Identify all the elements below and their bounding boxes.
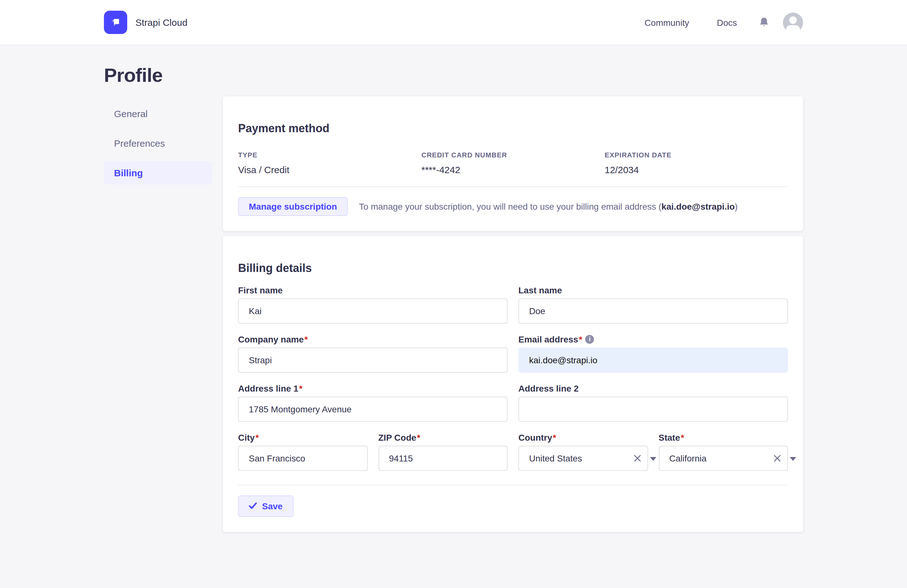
- payment-type-column: TYPE Visa / Credit: [238, 151, 421, 175]
- state-combobox: California: [659, 446, 788, 471]
- brand[interactable]: Strapi Cloud: [104, 11, 187, 34]
- payment-method-title: Payment method: [238, 121, 788, 136]
- helper-prefix: To manage your subscription, you will ne…: [359, 201, 661, 211]
- state-select[interactable]: California: [659, 446, 788, 471]
- brand-name: Strapi Cloud: [135, 17, 187, 28]
- page-title: Profile: [104, 66, 803, 86]
- billing-details-title: Billing details: [238, 260, 788, 276]
- strapi-logo-icon: [104, 11, 127, 34]
- location-row: City* ZIP Code* Country* United State: [238, 433, 788, 471]
- manage-subscription-row: Manage subscription To manage your subsc…: [238, 197, 788, 216]
- expiration-date-label: EXPIRATION DATE: [605, 151, 788, 159]
- country-caret-down-icon[interactable]: [650, 457, 656, 464]
- sidebar-item-billing[interactable]: Billing: [104, 161, 212, 184]
- state-label: State*: [659, 433, 788, 443]
- required-asterisk: *: [579, 334, 582, 344]
- payment-card-divider: [238, 186, 788, 187]
- company-name-field: Company name*: [238, 334, 508, 373]
- main-content: Profile General Preferences Billing Paym…: [0, 66, 907, 532]
- required-asterisk: *: [417, 433, 420, 443]
- address-line-2-field: Address line 2: [518, 383, 788, 422]
- expiration-date-value: 12/2034: [605, 164, 788, 175]
- address-line-2-label: Address line 2: [518, 383, 788, 393]
- strapi-cloud-profile-page: Strapi Cloud Community Docs Profile Gene…: [0, 0, 907, 588]
- country-select[interactable]: United States: [518, 446, 648, 471]
- email-address-field: Email address*i: [518, 334, 788, 373]
- address-line-1-label: Address line 1*: [238, 383, 508, 393]
- last-name-label: Last name: [518, 285, 788, 295]
- notifications-bell-icon[interactable]: [759, 17, 769, 28]
- email-address-label: Email address*i: [518, 334, 788, 344]
- address-line-2-input[interactable]: [518, 396, 788, 422]
- required-asterisk: *: [299, 383, 302, 393]
- city-input[interactable]: [238, 446, 367, 471]
- check-icon: [249, 503, 257, 510]
- required-asterisk: *: [681, 433, 684, 443]
- address-line-1-field: Address line 1*: [238, 383, 508, 422]
- country-clear-icon[interactable]: [632, 453, 642, 463]
- zip-code-field: ZIP Code*: [378, 433, 508, 471]
- address-line-1-input[interactable]: [238, 396, 508, 422]
- state-value: California: [669, 453, 707, 463]
- cards-column: Payment method TYPE Visa / Credit CREDIT…: [223, 96, 803, 532]
- payment-method-grid: TYPE Visa / Credit CREDIT CARD NUMBER **…: [238, 151, 788, 175]
- manage-subscription-button[interactable]: Manage subscription: [238, 197, 348, 216]
- first-name-input[interactable]: [238, 299, 508, 324]
- country-value: United States: [529, 453, 582, 463]
- form-divider: [238, 485, 788, 486]
- first-name-label: First name: [238, 285, 508, 295]
- top-nav: Community Docs: [645, 12, 803, 32]
- avatar-head-icon: [789, 16, 797, 24]
- credit-card-number-column: CREDIT CARD NUMBER ****-4242: [421, 151, 605, 175]
- payment-type-value: Visa / Credit: [238, 164, 421, 175]
- country-combobox: United States: [518, 446, 648, 471]
- email-address-input[interactable]: [518, 348, 788, 373]
- billing-email-text: kai.doe@strapi.io: [661, 201, 735, 211]
- first-name-field: First name: [238, 285, 508, 324]
- zip-code-label: ZIP Code*: [378, 433, 508, 443]
- required-asterisk: *: [304, 334, 308, 344]
- billing-details-card: Billing details First name Last name Com…: [223, 236, 803, 532]
- credit-card-number-label: CREDIT CARD NUMBER: [421, 151, 605, 159]
- state-clear-icon[interactable]: [772, 453, 782, 463]
- state-caret-down-icon[interactable]: [790, 457, 796, 464]
- nav-docs-link[interactable]: Docs: [717, 17, 737, 27]
- zip-code-input[interactable]: [378, 446, 508, 471]
- last-name-field: Last name: [518, 285, 788, 324]
- country-label: Country*: [518, 433, 648, 443]
- save-button[interactable]: Save: [238, 495, 293, 517]
- company-name-input[interactable]: [238, 348, 508, 373]
- user-avatar[interactable]: [783, 12, 803, 32]
- save-row: Save: [238, 495, 788, 517]
- save-button-label: Save: [262, 501, 282, 511]
- required-asterisk: *: [255, 433, 259, 443]
- info-icon[interactable]: i: [585, 335, 594, 344]
- helper-suffix: ): [735, 201, 737, 211]
- sidebar-item-general[interactable]: General: [104, 102, 212, 125]
- country-field: Country* United States: [518, 433, 648, 471]
- avatar-shoulders-icon: [786, 25, 800, 32]
- company-name-label: Company name*: [238, 334, 508, 344]
- billing-details-form: First name Last name Company name*: [238, 285, 788, 517]
- state-field: State* California: [659, 433, 788, 471]
- last-name-input[interactable]: [518, 299, 788, 324]
- credit-card-number-value: ****-4242: [421, 164, 605, 175]
- payment-type-label: TYPE: [238, 151, 421, 159]
- required-asterisk: *: [553, 433, 556, 443]
- profile-side-nav: General Preferences Billing: [104, 102, 212, 191]
- city-field: City*: [238, 433, 367, 471]
- city-label: City*: [238, 433, 367, 443]
- expiration-date-column: EXPIRATION DATE 12/2034: [605, 151, 788, 175]
- nav-community-link[interactable]: Community: [645, 17, 689, 27]
- manage-subscription-helper-text: To manage your subscription, you will ne…: [359, 201, 737, 211]
- sidebar-item-preferences[interactable]: Preferences: [104, 131, 212, 155]
- top-bar: Strapi Cloud Community Docs: [0, 0, 907, 45]
- payment-method-card: Payment method TYPE Visa / Credit CREDIT…: [223, 96, 803, 231]
